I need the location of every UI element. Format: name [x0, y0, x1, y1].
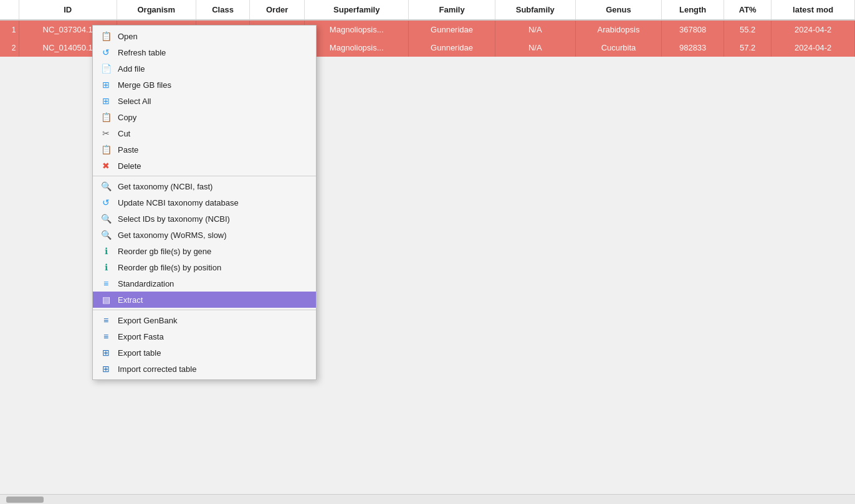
row-number: 2 — [0, 39, 19, 57]
separator-after-delete — [93, 176, 316, 176]
menu-item-delete[interactable]: ✖ Delete — [93, 158, 316, 174]
col-header-order[interactable]: Order — [250, 0, 305, 20]
menu-label-extract: Extract — [118, 295, 308, 305]
menu-item-select-ids-taxonomy[interactable]: 🔍 Select IDs by taxonomy (NCBI) — [93, 211, 316, 227]
cell-genus: Arabidopsis — [575, 20, 661, 39]
menu-label-get-taxonomy-fast: Get taxonomy (NCBI, fast) — [118, 182, 308, 191]
menu-label-export-table: Export table — [118, 348, 308, 358]
menu-label-select-ids-taxonomy: Select IDs by taxonomy (NCBI) — [118, 214, 308, 224]
reorder-by-position-icon: ℹ — [100, 262, 112, 272]
cell-subfamily: N/A — [495, 39, 575, 57]
col-header-latest-mod[interactable]: latest mod — [771, 0, 855, 20]
cell-family: Gunneridae — [409, 39, 495, 57]
menu-label-add-file: Add file — [118, 64, 308, 74]
merge-gb-files-icon: ⊞ — [100, 80, 112, 90]
menu-item-extract[interactable]: ▤ Extract — [93, 292, 316, 308]
menu-label-cut: Cut — [118, 129, 308, 138]
import-corrected-table-icon: ⊞ — [100, 364, 112, 374]
menu-label-delete: Delete — [118, 161, 308, 171]
col-header-id[interactable]: ID — [19, 0, 117, 20]
menu-item-reorder-by-gene[interactable]: ℹ Reorder gb file(s) by gene — [93, 243, 316, 259]
update-ncbi-icon: ↺ — [100, 197, 112, 207]
menu-item-export-genbank[interactable]: ≡ Export GenBank — [93, 312, 316, 328]
scrollbar-thumb[interactable] — [6, 497, 44, 503]
export-genbank-icon: ≡ — [100, 315, 112, 325]
paste-icon: 📋 — [100, 145, 112, 155]
col-header-organism[interactable]: Organism — [117, 0, 196, 20]
menu-item-get-taxonomy-fast[interactable]: 🔍 Get taxonomy (NCBI, fast) — [93, 178, 316, 194]
cut-icon: ✂ — [100, 128, 112, 138]
menu-item-standardization[interactable]: ≡ Standardization — [93, 275, 316, 292]
cell-length: 367808 — [662, 20, 724, 39]
menu-label-reorder-by-position: Reorder gb file(s) by position — [118, 263, 308, 272]
menu-item-import-corrected-table[interactable]: ⊞ Import corrected table — [93, 361, 316, 377]
open-icon: 📋 — [100, 31, 112, 41]
reorder-by-gene-icon: ℹ — [100, 246, 112, 256]
menu-item-reorder-by-position[interactable]: ℹ Reorder gb file(s) by position — [93, 259, 316, 275]
menu-label-select-all: Select All — [118, 97, 308, 106]
menu-label-copy: Copy — [118, 113, 308, 122]
cell-family: Gunneridae — [409, 20, 495, 39]
menu-label-export-fasta: Export Fasta — [118, 332, 308, 341]
separator-after-extract — [93, 310, 316, 310]
col-header-genus[interactable]: Genus — [575, 0, 661, 20]
col-header-superfamily[interactable]: Superfamily — [305, 0, 409, 20]
col-header-class[interactable]: Class — [196, 0, 250, 20]
export-fasta-icon: ≡ — [100, 331, 112, 341]
menu-label-import-corrected-table: Import corrected table — [118, 364, 308, 374]
menu-item-update-ncbi[interactable]: ↺ Update NCBI taxonomy database — [93, 194, 316, 211]
menu-item-select-all[interactable]: ⊞ Select All — [93, 93, 316, 109]
get-taxonomy-fast-icon: 🔍 — [100, 181, 112, 191]
copy-icon: 📋 — [100, 112, 112, 122]
cell-at: 57.2 — [724, 39, 771, 57]
export-table-icon: ⊞ — [100, 348, 112, 358]
menu-item-export-table[interactable]: ⊞ Export table — [93, 345, 316, 361]
cell-latest-mod: 2024-04-2 — [771, 20, 855, 39]
col-header-subfamily[interactable]: Subfamily — [495, 0, 575, 20]
menu-label-standardization: Standardization — [118, 279, 308, 288]
get-taxonomy-slow-icon: 🔍 — [100, 230, 112, 240]
menu-item-add-file[interactable]: 📄 Add file — [93, 60, 316, 77]
menu-item-refresh-table[interactable]: ↺ Refresh table — [93, 44, 316, 60]
context-menu: 📋 Open ↺ Refresh table 📄 Add file ⊞ Merg… — [92, 25, 317, 380]
menu-item-merge-gb-files[interactable]: ⊞ Merge GB files — [93, 77, 316, 93]
menu-label-update-ncbi: Update NCBI taxonomy database — [118, 198, 308, 207]
row-number: 1 — [0, 20, 19, 39]
col-header-family[interactable]: Family — [409, 0, 495, 20]
menu-label-export-genbank: Export GenBank — [118, 316, 308, 325]
menu-label-paste: Paste — [118, 145, 308, 155]
col-header-at[interactable]: AT% — [724, 0, 771, 20]
table-header: ID Organism Class Order Superfamily Fami… — [0, 0, 855, 20]
cell-latest-mod: 2024-04-2 — [771, 39, 855, 57]
cell-genus: Cucurbita — [575, 39, 661, 57]
col-header-rownum — [0, 0, 19, 20]
menu-label-open: Open — [118, 32, 308, 41]
cell-at: 55.2 — [724, 20, 771, 39]
delete-icon: ✖ — [100, 161, 112, 171]
menu-label-get-taxonomy-slow: Get taxonomy (WoRMS, slow) — [118, 231, 308, 240]
menu-label-refresh-table: Refresh table — [118, 48, 308, 57]
cell-superfamily: Magnoliopsis... — [305, 20, 409, 39]
add-file-icon: 📄 — [100, 64, 112, 74]
menu-item-paste[interactable]: 📋 Paste — [93, 141, 316, 158]
standardization-icon: ≡ — [100, 278, 112, 288]
menu-label-reorder-by-gene: Reorder gb file(s) by gene — [118, 247, 308, 256]
cell-length: 982833 — [662, 39, 724, 57]
select-ids-taxonomy-icon: 🔍 — [100, 214, 112, 224]
cell-subfamily: N/A — [495, 20, 575, 39]
menu-item-open[interactable]: 📋 Open — [93, 28, 316, 44]
menu-item-get-taxonomy-slow[interactable]: 🔍 Get taxonomy (WoRMS, slow) — [93, 227, 316, 243]
menu-item-copy[interactable]: 📋 Copy — [93, 109, 316, 125]
cell-superfamily: Magnoliopsis... — [305, 39, 409, 57]
menu-label-merge-gb-files: Merge GB files — [118, 80, 308, 90]
refresh-table-icon: ↺ — [100, 47, 112, 57]
menu-item-cut[interactable]: ✂ Cut — [93, 125, 316, 141]
menu-item-export-fasta[interactable]: ≡ Export Fasta — [93, 328, 316, 345]
horizontal-scrollbar[interactable] — [0, 494, 855, 504]
col-header-length[interactable]: Length — [662, 0, 724, 20]
select-all-icon: ⊞ — [100, 96, 112, 106]
extract-icon: ▤ — [100, 295, 112, 305]
